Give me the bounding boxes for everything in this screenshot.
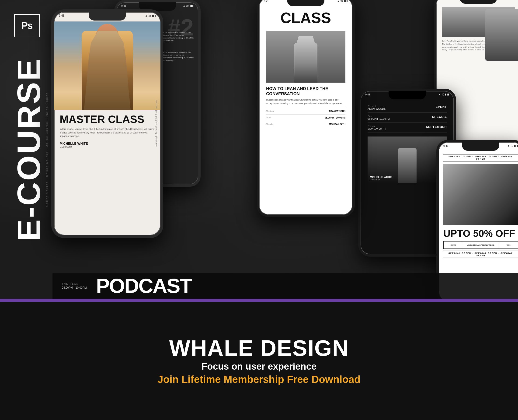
main-phone-time: 9:41: [59, 14, 64, 17]
day-value: MONDAY 24TH: [329, 123, 345, 126]
dark-right-photo: MICHELLE WHITE Guest Star: [368, 136, 447, 183]
ecourse-label: E-COURSE: [10, 58, 48, 241]
ps-logo-text: Ps: [21, 20, 32, 31]
phone-notch: [89, 12, 126, 21]
podcast-title: PODCAST: [96, 276, 192, 296]
far-right-person: [485, 9, 518, 61]
so-ticker-top: SPECIAL OFFER - SPECIAL OFFER - SPECIAL …: [443, 154, 518, 161]
master-class-title: MASTER CLASS: [60, 114, 155, 125]
dr-host-label: The host: [368, 105, 386, 107]
dr-day-value: MONDAY 24TH: [368, 128, 385, 130]
dark-photo-caption: MICHELLE WHITE Guest Star: [370, 176, 392, 181]
right-upper-time-row: Time 08.00PM - 10.00PM: [266, 114, 345, 121]
main-phone-description: In this course, you will learn about the…: [60, 128, 155, 138]
class-title: CLASS: [266, 9, 345, 27]
far-right-notch: [460, 0, 497, 4]
dr-special-label: SPECIAL: [432, 115, 447, 120]
special-offer-notch: [462, 142, 499, 151]
main-phone-side-text: Online Co · Online Co · Online Co: [155, 26, 158, 221]
right-upper-content: CLASS HOW TO LEAN AND LEAD THE CONVERSAT…: [259, 0, 352, 135]
dr-event-label: EVENT: [436, 105, 447, 110]
right-upper-body: Investing can change your financial futu…: [266, 98, 345, 105]
right-upper-day-row: The day MONDAY 24TH: [266, 121, 345, 128]
main-phone: 9:41 ▲ ))) ▮▮▮ Online Co · Online Co · O…: [51, 9, 163, 238]
so-code-mid: USE CODE : #SPECIALPROMO: [462, 241, 499, 248]
right-upper-photo: [266, 31, 345, 82]
day-label: The day: [266, 123, 274, 126]
plan-label: THE PLAN: [62, 283, 87, 285]
dr-host-row: The host ADAM WOODS EVENT: [368, 103, 447, 113]
podcast-time: 08.00PM - 10.00PM: [62, 286, 87, 289]
time-value: 08.00PM - 10.00PM: [325, 116, 345, 119]
so-offer-text: UPTO 50% OFF: [443, 229, 518, 239]
dr-day-label: The day: [368, 125, 385, 128]
right-upper-notch: [287, 0, 325, 6]
dr-time-label: Time: [368, 115, 390, 117]
bottom-main-title: WHALE DESIGN: [169, 337, 349, 359]
bottom-cta: Join Lifetime Membership Free Download: [157, 374, 360, 385]
top-section: Ps E-COURSE Online Course · Online Cours…: [0, 0, 518, 299]
dr-time-value: 08.00PM- 10.00PM: [368, 117, 390, 120]
right-upper-headline: HOW TO LEAN AND LEAD THE CONVERSATION: [266, 86, 345, 96]
dr-day-row: The day MONDAY 24TH SEPTEMBER: [368, 123, 447, 133]
so-code-right: YES! >: [499, 241, 518, 248]
podcast-strip: THE PLAN 08.00PM - 10.00PM PODCAST: [52, 273, 518, 299]
special-offer-content: SPECIAL OFFER - SPECIAL OFFER - SPECIAL …: [439, 142, 518, 266]
ps-logo: Ps: [14, 14, 40, 37]
dark-right-notch: [389, 91, 426, 99]
dr-time-row: Time 08.00PM- 10.00PM SPECIAL: [368, 113, 447, 123]
time-label: Time: [266, 116, 271, 119]
bottom-subtitle: Focus on user experience: [201, 361, 317, 372]
main-phone-hero-image: [54, 22, 161, 110]
so-ticker-bottom: SPECIAL OFFER - SPECIAL OFFER - SPECIAL …: [443, 251, 518, 258]
dr-september-label: SEPTEMBER: [426, 125, 447, 130]
host-name: ADAM WOODS: [329, 110, 345, 112]
main-phone-text-section: MASTER CLASS In this course, you will le…: [54, 110, 161, 152]
purple-divider: [0, 299, 518, 302]
so-code-left: < SURE: [444, 241, 462, 248]
host-label: The host: [266, 110, 274, 112]
so-code-bar: < SURE USE CODE : #SPECIALPROMO YES! >: [443, 241, 518, 249]
so-photo: [443, 164, 518, 225]
main-phone-author: MICHELLE WHITE: [60, 142, 155, 145]
main-phone-author-role: Guest Star: [60, 145, 155, 148]
podcast-info: THE PLAN 08.00PM - 10.00PM: [62, 283, 87, 289]
right-upper-phone: 9:41 ▲ ))) ▮▮▮ CLASS HOW TO LEAN AND LEA…: [257, 0, 355, 217]
main-phone-icons: ▲ ))) ▮▮▮: [145, 14, 156, 17]
far-right-content: John Powell is 32 years old and works as…: [436, 0, 518, 57]
dr-host-name: ADAM WOODS: [368, 107, 386, 110]
right-upper-host-row: The host ADAM WOODS: [266, 108, 345, 114]
bottom-section: WHALE DESIGN Focus on user experience Jo…: [0, 302, 518, 420]
